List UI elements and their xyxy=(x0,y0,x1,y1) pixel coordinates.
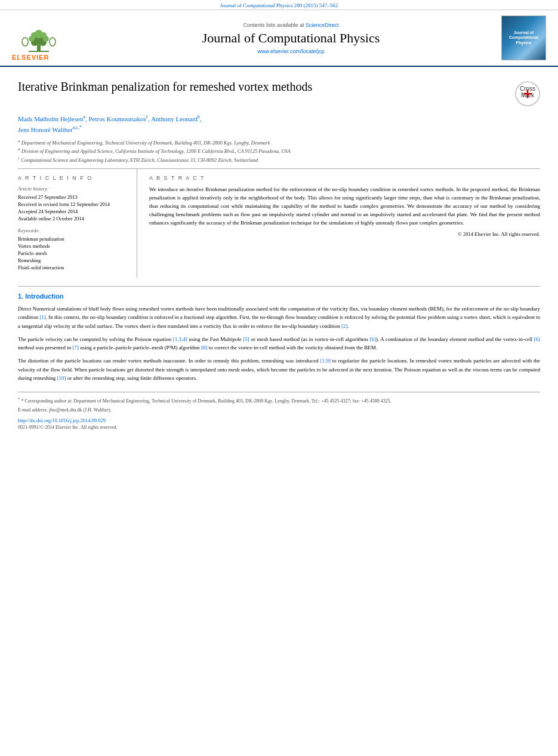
article-title-section: Iterative Brinkman penalization for reme… xyxy=(18,73,540,111)
keyword-3: Particle–mesh xyxy=(18,250,128,256)
ref-5[interactable]: [5] xyxy=(243,336,249,342)
article-info-column: A R T I C L E I N F O Article history: R… xyxy=(18,169,137,278)
jcp-thumbnail-container: Journal of Computational Physics xyxy=(498,16,546,60)
author-1: Mads Mølholm Hejlesen xyxy=(18,115,83,122)
intro-section-title: 1. Introduction xyxy=(18,293,540,300)
keyword-5: Fluid–solid interaction xyxy=(18,265,128,271)
introduction-section: 1. Introduction Direct Numerical simulat… xyxy=(18,286,540,382)
journal-reference-text: Journal of Computational Physics 280 (20… xyxy=(220,2,338,8)
journal-url[interactable]: www.elsevier.com/locate/jcp xyxy=(84,48,498,54)
ref-6b[interactable]: [6] xyxy=(534,336,541,342)
elsevier-logo: ELSEVIER xyxy=(12,15,84,61)
abstract-column: A B S T R A C T We introduce an iterativ… xyxy=(137,169,540,278)
accepted-date: Accepted 24 September 2014 xyxy=(18,208,128,214)
main-content: Iterative Brinkman penalization for reme… xyxy=(0,67,558,442)
received-revised-date: Received in revised form 12 September 20… xyxy=(18,201,128,207)
ref-19[interactable]: [1,9] xyxy=(320,358,331,364)
svg-point-8 xyxy=(41,32,47,38)
keyword-1: Brinkman penalization xyxy=(18,236,128,242)
email-note: E-mail address: jhw@mek.dtu.dk (J.H. Wal… xyxy=(18,407,540,414)
authors-line: Mads Mølholm Hejlesena, Petros Koumoutsa… xyxy=(18,113,540,136)
ref-2[interactable]: [2] xyxy=(341,323,348,329)
keyword-2: Vortex methods xyxy=(18,243,128,249)
history-label: Article history: xyxy=(18,186,128,192)
journal-name-header: Journal of Computational Physics xyxy=(84,30,498,46)
svg-point-10 xyxy=(22,38,28,46)
article-footer: * * Corresponding author at: Department … xyxy=(18,392,540,430)
affiliations: a Department of Mechanical Engineering, … xyxy=(18,138,540,164)
doi-link[interactable]: http://dx.doi.org/10.1016/j.jcp.2014.09.… xyxy=(18,417,540,423)
intro-paragraph-1: Direct Numerical simulations of bluff bo… xyxy=(18,305,540,330)
intro-paragraph-3: The distortion of the particle locations… xyxy=(18,357,540,382)
intro-paragraph-2: The particle velocity can be computed by… xyxy=(18,335,540,352)
keyword-4: Remeshing xyxy=(18,257,128,263)
elsevier-tree-icon xyxy=(12,15,66,54)
elsevier-wordmark: ELSEVIER xyxy=(12,54,49,61)
ref-10[interactable]: [10] xyxy=(57,375,66,381)
svg-point-11 xyxy=(50,38,56,46)
contents-link: Contents lists available at ScienceDirec… xyxy=(84,22,498,28)
author-4: Jens Honoré Walther xyxy=(18,126,73,133)
sciencedirect-link[interactable]: ScienceDirect xyxy=(306,22,339,28)
journal-header: ELSEVIER Contents lists available at Sci… xyxy=(0,10,558,67)
journal-center-info: Contents lists available at ScienceDirec… xyxy=(84,22,498,54)
article-body: A R T I C L E I N F O Article history: R… xyxy=(18,168,540,278)
jcp-journal-thumbnail: Journal of Computational Physics xyxy=(501,16,546,60)
journal-reference-bar: Journal of Computational Physics 280 (20… xyxy=(0,0,558,10)
issn-line: 0021-9991/© 2014 Elsevier Inc. All right… xyxy=(18,425,540,430)
crossmark-icon[interactable]: Cross Mark xyxy=(515,81,540,106)
article-title: Iterative Brinkman penalization for reme… xyxy=(18,79,509,94)
keywords-label: Keywords: xyxy=(18,228,128,233)
author-3: Anthony Leonard xyxy=(151,115,198,122)
ref-7[interactable]: [7] xyxy=(72,345,79,351)
ref-134[interactable]: [1,3,4] xyxy=(173,336,187,342)
article-info-header: A R T I C L E I N F O xyxy=(18,175,128,181)
corresponding-author-note: * * Corresponding author at: Department … xyxy=(18,396,540,405)
affiliation-a: a Department of Mechanical Engineering, … xyxy=(18,138,540,147)
svg-point-7 xyxy=(31,32,37,38)
affiliation-b: b Division of Engineering and Applied Sc… xyxy=(18,146,540,155)
available-date: Available online 2 October 2014 xyxy=(18,216,128,222)
affiliation-c: c Computational Science and Engineering … xyxy=(18,155,540,164)
abstract-copyright: © 2014 Elsevier Inc. All rights reserved… xyxy=(149,231,540,237)
svg-rect-9 xyxy=(29,51,49,52)
ref-1[interactable]: [1] xyxy=(39,314,46,320)
received-date: Received 27 September 2013 xyxy=(18,194,128,200)
abstract-text: We introduce an iterative Brinkman penal… xyxy=(149,186,540,228)
author-2: Petros Koumoutsakos xyxy=(88,115,146,122)
ref-6a[interactable]: [6] xyxy=(370,336,377,342)
abstract-header: A B S T R A C T xyxy=(149,175,540,181)
ref-8[interactable]: [8] xyxy=(201,345,208,351)
